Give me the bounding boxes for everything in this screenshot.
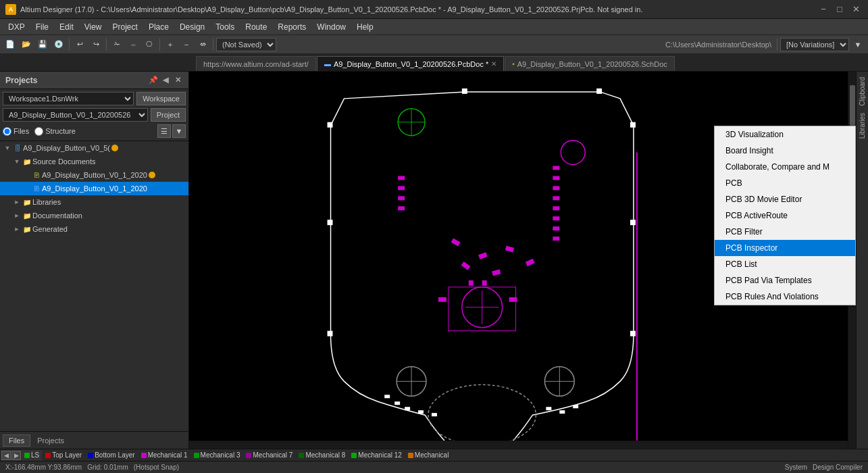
layer-mech-extra[interactable]: Mechanical	[405, 450, 452, 461]
svg-rect-6	[630, 122, 636, 128]
menu-edit[interactable]: Edit	[54, 21, 79, 33]
sidebar-close-btn[interactable]: ✕	[172, 75, 183, 86]
layer-mech7[interactable]: Mechanical 7	[243, 450, 295, 461]
layer-nav-left[interactable]: ◀	[1, 451, 11, 460]
menu-project[interactable]: Project	[107, 21, 143, 33]
sidebar-pin-btn[interactable]: 📌	[148, 75, 159, 86]
toolbar-undo[interactable]: ↩	[72, 37, 87, 52]
scrollbar-thumb-v[interactable]	[850, 85, 855, 126]
sidebar-view-btn1[interactable]: ☰	[157, 124, 171, 138]
layer-label-mech7: Mechanical 7	[253, 451, 292, 459]
menu-file[interactable]: File	[30, 21, 54, 33]
tree-toggle-documentation[interactable]: ►	[12, 211, 22, 220]
toolbar-zoom-out[interactable]: −	[179, 37, 194, 52]
layer-mech3[interactable]: Mechanical 3	[191, 450, 243, 461]
clipboard-label[interactable]: Clipboard	[857, 74, 867, 109]
menu-help[interactable]: Help	[351, 21, 379, 33]
tree-item-pcb[interactable]: 🖹 A9_Display_Button_V0_1_2020	[0, 182, 188, 195]
tab-pcbdoc[interactable]: ▬ A9_Display_Button_V0_1_20200526.PcbDoc…	[317, 56, 504, 71]
svg-rect-53	[573, 405, 578, 408]
dropdown-item-pcb-filter[interactable]: PCB Filter	[715, 224, 855, 240]
menu-reports[interactable]: Reports	[272, 21, 311, 33]
dropdown-item-pcb-3d-movie[interactable]: PCB 3D Movie Editor	[715, 191, 855, 207]
tree-item-generated[interactable]: ► 📁 Generated	[0, 222, 188, 236]
dropdown-item-pcb[interactable]: PCB	[715, 175, 855, 191]
layer-top[interactable]: Top Layer	[43, 450, 84, 461]
toolbar-copy[interactable]: ⎓	[126, 37, 141, 52]
dropdown-item-pcb-list[interactable]: PCB List	[715, 256, 855, 272]
toolbar-new[interactable]: 📄	[3, 37, 18, 52]
layer-mech12[interactable]: Mechanical 12	[349, 450, 404, 461]
project-button[interactable]: Project	[151, 108, 186, 122]
tab-files[interactable]: Files	[3, 434, 30, 447]
pcb-canvas[interactable]: 3D Visualization Board Insight Collabora…	[189, 72, 856, 449]
project-tree: ▼ 🗄 A9_Display_Button_V0_5( ▼ 📁 Source D…	[0, 141, 188, 431]
radio-structure[interactable]: Structure	[34, 127, 76, 136]
tree-item-source-docs[interactable]: ▼ 📁 Source Documents	[0, 155, 188, 168]
tree-item-project[interactable]: ▼ 🗄 A9_Display_Button_V0_5(	[0, 141, 188, 155]
menu-place[interactable]: Place	[143, 21, 174, 33]
toolbar-save-all[interactable]: 💿	[51, 37, 66, 52]
tree-item-documentation[interactable]: ► 📁 Documentation	[0, 209, 188, 222]
menu-tools[interactable]: Tools	[210, 21, 240, 33]
toolbar-zoom-in[interactable]: +	[163, 37, 178, 52]
toolbar-status-select[interactable]: (Not Saved)	[216, 38, 276, 51]
layer-label-mech1: Mechanical 1	[148, 451, 188, 459]
tree-toggle-project[interactable]: ▼	[3, 143, 12, 153]
menu-view[interactable]: View	[79, 21, 107, 33]
tree-toggle-generated[interactable]: ►	[12, 224, 22, 234]
workspace-select[interactable]: Workspace1.DsnWrk	[3, 92, 134, 105]
radio-files[interactable]: Files	[3, 127, 29, 136]
libraries-label[interactable]: Libraries	[857, 110, 867, 141]
layer-nav-right[interactable]: ▶	[11, 451, 21, 460]
dropdown-item-pcb-activeroute[interactable]: PCB ActiveRoute	[715, 207, 855, 224]
toolbar-cut[interactable]: ✁	[109, 37, 124, 52]
svg-rect-46	[384, 395, 390, 398]
dropdown-item-board-insight[interactable]: Board Insight	[715, 143, 855, 159]
tree-toggle-source[interactable]: ▼	[12, 157, 22, 166]
dropdown-item-pcb-inspector[interactable]: PCB Inspector	[715, 240, 855, 256]
svg-rect-21	[398, 176, 405, 180]
dropdown-item-collaborate[interactable]: Collaborate, Compare and M	[715, 159, 855, 175]
toolbar-zoom-fit[interactable]: ⇎	[195, 37, 210, 52]
workspace-button[interactable]: Workspace	[136, 92, 186, 105]
horizontal-scrollbar[interactable]	[189, 441, 848, 449]
menu-design[interactable]: Design	[174, 21, 210, 33]
toolbar-sep-1	[69, 39, 70, 51]
tree-item-libraries[interactable]: ► 📁 Libraries	[0, 195, 188, 209]
workspace-row: Workspace1.DsnWrk Workspace	[3, 92, 186, 105]
svg-rect-52	[559, 410, 565, 414]
maximize-button[interactable]: □	[833, 3, 846, 16]
toolbar-variations-btn[interactable]: ▼	[850, 37, 865, 52]
tree-item-sch[interactable]: 🖹 A9_Display_Button_V0_1_2020	[0, 168, 188, 182]
tab-projects[interactable]: Projects	[32, 435, 70, 446]
tab-start[interactable]: https://www.altium.com/ad-start/	[196, 56, 316, 71]
dropdown-item-3d-viz[interactable]: 3D Visualization	[715, 126, 855, 143]
project-select[interactable]: A9_Display_Button_V0_1_20200526	[3, 108, 148, 122]
layer-mech1[interactable]: Mechanical 1	[138, 450, 190, 461]
toolbar-open[interactable]: 📂	[19, 37, 34, 52]
dropdown-item-pcb-rules[interactable]: PCB Rules And Violations	[715, 289, 855, 305]
toolbar-variations-select[interactable]: [No Variations]	[780, 38, 849, 51]
layer-mech8[interactable]: Mechanical 8	[296, 450, 348, 461]
toolbar-redo[interactable]: ↪	[88, 37, 103, 52]
tab-pcbdoc-close[interactable]: ✕	[491, 60, 496, 68]
statusbar-compiler: Design Compiler	[813, 464, 863, 471]
tab-start-label: https://www.altium.com/ad-start/	[203, 60, 309, 68]
layer-bottom[interactable]: Bottom Layer	[85, 450, 137, 461]
minimize-button[interactable]: −	[817, 3, 830, 16]
menu-window[interactable]: Window	[311, 21, 351, 33]
layer-label-ls: LS	[31, 451, 39, 459]
menu-route[interactable]: Route	[240, 21, 272, 33]
tab-schdoc[interactable]: ▪ A9_Display_Button_V0_1_20200526.SchDoc	[505, 56, 675, 71]
sidebar-view-btn2[interactable]: ▼	[172, 124, 186, 138]
layer-ls[interactable]: LS	[22, 450, 42, 461]
dropdown-item-pcb-pad-via[interactable]: PCB Pad Via Templates	[715, 272, 855, 289]
toolbar-paste[interactable]: ⎔	[142, 37, 157, 52]
menu-dxp[interactable]: DXP	[3, 21, 30, 33]
app-logo: A	[5, 4, 16, 15]
sidebar-settings-btn[interactable]: ◀	[160, 75, 171, 86]
close-button[interactable]: ✕	[849, 3, 863, 16]
toolbar-save[interactable]: 💾	[35, 37, 50, 52]
tree-toggle-libraries[interactable]: ►	[12, 197, 22, 207]
